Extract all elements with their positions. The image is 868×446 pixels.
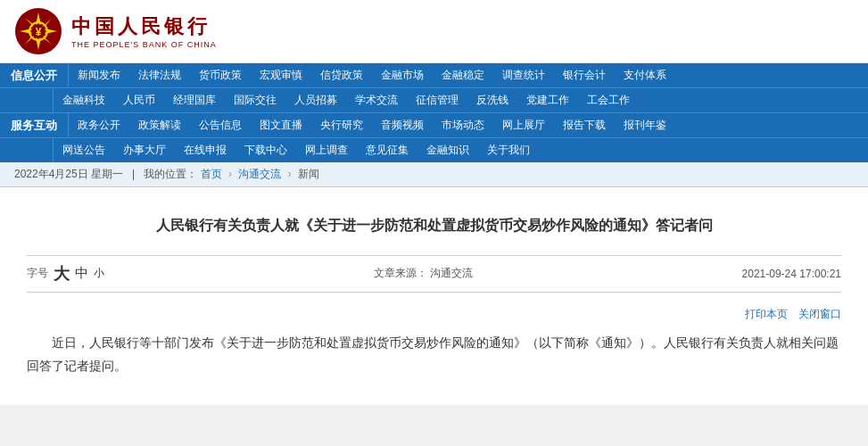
logo-english: THE PEOPLE'S BANK OF CHINA (71, 40, 217, 49)
nav-items-row1: 新闻发布 法律法规 货币政策 宏观审慎 信贷政策 金融市场 金融稳定 调查统计 … (69, 63, 868, 87)
main-nav: 信息公开 新闻发布 法律法规 货币政策 宏观审慎 信贷政策 金融市场 金融稳定 … (0, 63, 868, 162)
nav-item-feedback[interactable]: 意见征集 (357, 138, 417, 162)
nav-item-periodical[interactable]: 报刊年鉴 (615, 113, 675, 137)
nav-item-recruit[interactable]: 人员招募 (285, 88, 346, 112)
nav-item-news[interactable]: 新闻发布 (69, 63, 129, 87)
site-header: ¥ 中国人民银行 THE PEOPLE'S BANK OF CHINA (0, 0, 868, 63)
source-label: 文章来源： (374, 267, 427, 279)
date-info: 2021-09-24 17:00:21 (742, 268, 841, 280)
nav-row-1: 信息公开 新闻发布 法律法规 货币政策 宏观审慎 信贷政策 金融市场 金融稳定 … (0, 63, 868, 87)
nav-label-service: 服务互动 (0, 113, 69, 137)
breadcrumb-bar: 2022年4月25日 星期一 | 我的位置： 首页 › 沟通交流 › 新闻 (0, 162, 868, 187)
nav-item-intl[interactable]: 国际交往 (225, 88, 285, 112)
nav-item-announcement[interactable]: 公告信息 (190, 113, 251, 137)
nav-item-notice[interactable]: 网送公告 (54, 138, 114, 162)
nav-item-monetary[interactable]: 货币政策 (190, 63, 251, 87)
nav-item-about[interactable]: 关于我们 (478, 138, 539, 162)
source-value: 沟通交流 (430, 267, 473, 279)
article-body: 近日，人民银行等十部门发布《关于进一步防范和处置虚拟货币交易炒作风险的通知》（以… (27, 331, 841, 378)
nav-item-payment[interactable]: 支付体系 (615, 63, 675, 87)
nav-item-aml[interactable]: 反洗钱 (467, 88, 517, 112)
nav-items-row3: 政务公开 政策解读 公告信息 图文直播 央行研究 音频视频 市场动态 网上展厅 … (69, 113, 868, 137)
font-large-btn[interactable]: 大 (54, 263, 70, 285)
nav-item-report-dl[interactable]: 报告下载 (554, 113, 615, 137)
pboc-emblem: ¥ (14, 7, 62, 55)
breadcrumb-date: 2022年4月25日 星期一 (14, 168, 123, 180)
nav-items-row4: 网送公告 办事大厅 在线申报 下载中心 网上调查 意见征集 金融知识 关于我们 (54, 138, 868, 162)
breadcrumb-sep1: › (228, 168, 232, 180)
nav-item-rmb[interactable]: 人民币 (114, 88, 164, 112)
nav-item-credit[interactable]: 信贷政策 (311, 63, 372, 87)
font-small-btn[interactable]: 小 (94, 266, 104, 281)
nav-item-treasury[interactable]: 经理国库 (164, 88, 225, 112)
nav-item-market[interactable]: 金融市场 (372, 63, 433, 87)
breadcrumb-label: 我的位置： (144, 168, 197, 180)
nav-item-law[interactable]: 法律法规 (129, 63, 190, 87)
print-link[interactable]: 打印本页 (745, 307, 788, 322)
nav-label-info: 信息公开 (0, 63, 69, 87)
nav-item-academic[interactable]: 学术交流 (346, 88, 407, 112)
nav-item-graphic[interactable]: 图文直播 (251, 113, 311, 137)
nav-item-union[interactable]: 工会工作 (578, 88, 639, 112)
logo-chinese: 中国人民银行 (71, 13, 217, 40)
nav-item-online-hall[interactable]: 网上展厅 (493, 113, 554, 137)
nav-items-row2: 金融科技 人民币 经理国库 国际交往 人员招募 学术交流 征信管理 反洗钱 党建… (54, 88, 868, 112)
action-links: 打印本页 关闭窗口 (27, 303, 841, 331)
font-label: 字号 (27, 266, 48, 281)
logo-text: 中国人民银行 THE PEOPLE'S BANK OF CHINA (71, 13, 217, 49)
nav-item-finknowledge[interactable]: 金融知识 (417, 138, 478, 162)
font-size-controls: 字号 大 中 小 (27, 263, 104, 285)
svg-text:¥: ¥ (36, 26, 42, 38)
breadcrumb-home[interactable]: 首页 (201, 168, 222, 180)
nav-item-survey2[interactable]: 网上调查 (296, 138, 357, 162)
nav-item-online-report[interactable]: 在线申报 (175, 138, 236, 162)
nav-item-research[interactable]: 央行研究 (311, 113, 372, 137)
nav-item-stability[interactable]: 金融稳定 (433, 63, 493, 87)
source-info: 文章来源： 沟通交流 (374, 266, 473, 281)
nav-item-accounting[interactable]: 银行会计 (554, 63, 615, 87)
nav-item-mktdynamic[interactable]: 市场动态 (433, 113, 493, 137)
close-link[interactable]: 关闭窗口 (798, 307, 841, 322)
nav-item-audio[interactable]: 音频视频 (372, 113, 433, 137)
article-title: 人民银行有关负责人就《关于进一步防范和处置虚拟货币交易炒作风险的通知》答记者问 (27, 214, 841, 237)
nav-item-policy-interp[interactable]: 政策解读 (129, 113, 190, 137)
nav-item-download[interactable]: 下载中心 (236, 138, 296, 162)
nav-item-fintech[interactable]: 金融科技 (54, 88, 114, 112)
nav-item-credit-mgmt[interactable]: 征信管理 (407, 88, 467, 112)
article-meta: 字号 大 中 小 文章来源： 沟通交流 2021-09-24 17:00:21 (27, 255, 841, 293)
nav-item-office[interactable]: 办事大厅 (114, 138, 175, 162)
font-medium-btn[interactable]: 中 (75, 265, 88, 282)
nav-label-empty1 (0, 88, 54, 112)
nav-row-4: 网送公告 办事大厅 在线申报 下载中心 网上调查 意见征集 金融知识 关于我们 (0, 137, 868, 162)
logo-area: ¥ 中国人民银行 THE PEOPLE'S BANK OF CHINA (14, 7, 217, 55)
content-area: 人民银行有关负责人就《关于进一步防范和处置虚拟货币交易炒作风险的通知》答记者问 … (0, 187, 868, 405)
nav-label-empty2 (0, 138, 54, 162)
breadcrumb-news: 新闻 (298, 168, 319, 180)
breadcrumb-sep2: › (288, 168, 292, 180)
nav-item-govopen[interactable]: 政务公开 (69, 113, 129, 137)
nav-item-party[interactable]: 党建工作 (517, 88, 578, 112)
nav-row-3: 服务互动 政务公开 政策解读 公告信息 图文直播 央行研究 音频视频 市场动态 … (0, 112, 868, 137)
nav-item-survey[interactable]: 调查统计 (493, 63, 554, 87)
breadcrumb-comm[interactable]: 沟通交流 (238, 168, 281, 180)
nav-item-macro[interactable]: 宏观审慎 (251, 63, 311, 87)
nav-row-2: 金融科技 人民币 经理国库 国际交往 人员招募 学术交流 征信管理 反洗钱 党建… (0, 87, 868, 112)
